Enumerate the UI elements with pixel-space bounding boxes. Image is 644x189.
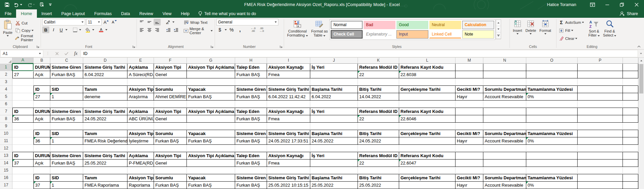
cell-C5[interactable]: 1 [50,93,83,101]
row-header-7[interactable]: 7 [0,108,12,115]
increase-font-size-button[interactable]: A [103,19,110,25]
column-header-partial[interactable] [623,58,638,64]
cell-K12[interactable] [358,145,399,152]
cell-D8[interactable]: 24.05.2022 [83,115,127,123]
cell-x6[interactable] [623,101,638,108]
cell-C12[interactable] [50,145,83,152]
cell-J13[interactable]: İş Yeri [310,152,358,160]
cell-I7[interactable]: Aksiyon Kaynağı [267,108,310,115]
number-dialog-launcher[interactable] [279,45,283,48]
find-select-button[interactable]: Find &Select [601,19,618,38]
cell-G6[interactable] [187,101,235,108]
style-chip-neutral[interactable]: Neutral [429,21,461,29]
cell-N16[interactable]: Sorumlu Departman [483,174,526,182]
cell-K8[interactable]: 22 [358,115,399,123]
cell-L10[interactable]: Gerçekleşme Tarihi [399,130,455,137]
cell-D3[interactable] [83,78,127,86]
font-dialog-launcher[interactable] [132,45,136,48]
cell-x10[interactable] [623,130,638,137]
cell-F2[interactable]: Genel [154,71,187,78]
cell-J8[interactable] [310,115,358,123]
cell-I3[interactable] [267,78,310,86]
percent-format-button[interactable]: % [228,26,235,33]
collapse-ribbon-icon[interactable] [637,46,641,48]
undo-icon[interactable] [14,3,22,7]
cell-D10[interactable]: Tanım [83,130,127,137]
cell-F14[interactable]: Genel [154,160,187,167]
tab-formulas[interactable]: Formulas [90,9,116,18]
column-header-I[interactable]: I [267,58,310,64]
cell-C3[interactable] [50,78,83,86]
row-header-14[interactable]: 14 [0,160,12,167]
cell-O16[interactable]: Tamamlanma Yüzdesi [526,174,578,182]
cell-P4[interactable] [578,86,623,93]
cell-I17[interactable]: 25.05.2022 10:15:15 [267,182,310,189]
row-header-16[interactable]: 16 [0,174,12,182]
cell-N17[interactable]: Account Resevaible [483,182,526,189]
cell-A9[interactable] [12,123,34,130]
cell-F1[interactable]: Aksiyon Tipi [154,64,187,71]
cell-D16[interactable]: Tanım [83,174,127,182]
style-chip-check[interactable]: Check Cell [331,30,363,39]
enter-check-icon[interactable] [62,50,71,57]
cell-I1[interactable]: Aksiyon Kaynağı [267,64,310,71]
gallery-scroll-down-icon[interactable] [496,26,501,33]
tab-help[interactable]: Help [176,9,194,18]
cell-J3[interactable] [310,78,358,86]
cell-H4[interactable]: Sisteme Giren [235,86,267,93]
cell-L2[interactable]: 22.6038 [399,71,455,78]
cell-H11[interactable]: Furkan BAŞ [235,137,267,145]
cell-x15[interactable] [623,167,638,174]
sort-filter-button[interactable]: AZ Sort &Filter [587,19,601,38]
clipboard-dialog-launcher[interactable] [36,45,40,48]
cell-P6[interactable] [578,101,623,108]
cell-P1[interactable] [578,64,623,71]
cell-G1[interactable]: Aksiyon Tipi Açıklama [187,64,235,71]
cell-N6[interactable] [483,101,526,108]
cell-M4[interactable]: Gecikti Mi? [455,86,483,93]
number-format-select[interactable]: General [216,19,278,25]
expand-formula-bar-icon[interactable] [638,53,644,54]
increase-decimal-button[interactable]: ←.0.00 [250,26,257,33]
cell-P13[interactable] [578,152,623,160]
cell-F4[interactable]: Sorumlu [154,86,187,93]
cell-L4[interactable]: Gerçekleşme Tarihi [399,86,455,93]
cell-H7[interactable]: Talep Eden [235,108,267,115]
cell-x17[interactable] [623,182,638,189]
row-header-1[interactable]: 1 [0,64,12,71]
font-name-select[interactable]: Calibri [42,19,85,25]
style-chip-normal[interactable]: Normal [331,21,363,29]
cell-O7[interactable] [526,108,578,115]
cell-G10[interactable]: Yapacak [187,130,235,137]
insert-function-button[interactable]: fx [71,50,80,57]
cell-L13[interactable]: Referans Kayıt Kodu [399,152,455,160]
cell-E12[interactable] [127,145,154,152]
style-chip-linked[interactable]: Linked Cell [429,30,461,39]
cell-H5[interactable]: Furkan BAŞ [235,93,267,101]
cell-I10[interactable]: Sisteme Giriş Tarihi [267,130,310,137]
cell-O6[interactable] [526,101,578,108]
cell-N8[interactable] [483,115,526,123]
tab-data[interactable]: Data [116,9,135,18]
cell-P16[interactable] [578,174,623,182]
tab-view[interactable]: View [158,9,176,18]
cell-P5[interactable] [578,93,623,101]
cell-A7[interactable]: ID [12,108,34,115]
cell-N2[interactable] [483,71,526,78]
cell-J15[interactable] [310,167,358,174]
cell-L17[interactable] [399,182,455,189]
orientation-button[interactable]: ab [165,19,172,25]
cell-L7[interactable]: Referans Kayıt Kodu [399,108,455,115]
cell-B13[interactable]: DURUM [34,152,50,160]
conditional-formatting-button[interactable]: ≠ ConditionalFormatting [285,19,310,38]
cell-O8[interactable] [526,115,578,123]
cell-A15[interactable] [12,167,34,174]
vertical-scrollbar[interactable] [638,58,644,189]
currency-format-button[interactable]: $ [216,26,223,33]
cell-A3[interactable] [12,78,34,86]
cell-x4[interactable] [623,86,638,93]
touch-mode-icon[interactable] [40,2,44,7]
customize-qat-icon[interactable] [49,3,52,6]
style-chip-calculation[interactable]: Calculation [462,21,494,29]
cell-I6[interactable] [267,101,310,108]
